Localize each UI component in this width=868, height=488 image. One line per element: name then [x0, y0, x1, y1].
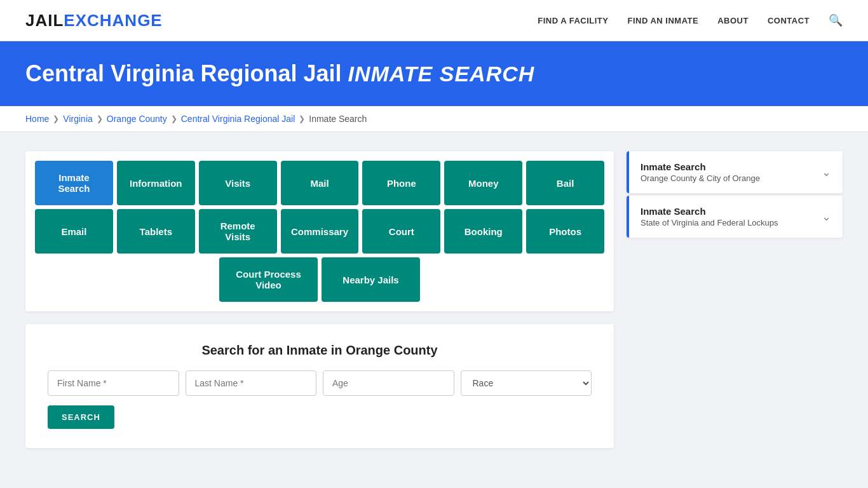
nav-find-inmate[interactable]: FIND AN INMATE — [627, 16, 698, 25]
btn-visits[interactable]: Visits — [199, 161, 277, 205]
sidebar-card-virginia-federal-header[interactable]: Inmate Search State of Virginia and Fede… — [627, 196, 843, 238]
search-form-container: Search for an Inmate in Orange County Ra… — [25, 324, 614, 448]
chevron-down-icon-2: ⌄ — [822, 210, 831, 224]
sidebar-card-orange-county: Inmate Search Orange County & City of Or… — [627, 151, 843, 193]
sidebar-card-virginia-federal-subtitle: State of Virginia and Federal Lockups — [641, 218, 778, 227]
sidebar-card-virginia-federal-text: Inmate Search State of Virginia and Fede… — [641, 206, 778, 227]
nav-buttons-container: Inmate Search Information Visits Mail Ph… — [25, 151, 614, 311]
race-select[interactable]: Race White Black Hispanic Asian Other — [461, 370, 592, 396]
breadcrumb-current: Inmate Search — [309, 114, 367, 124]
btn-photos[interactable]: Photos — [526, 209, 604, 254]
nav-find-facility[interactable]: FIND A FACILITY — [538, 16, 608, 25]
last-name-input[interactable] — [186, 370, 317, 396]
logo[interactable]: JAILEXCHANGE — [25, 11, 163, 30]
sidebar: Inmate Search Orange County & City of Or… — [627, 151, 843, 240]
btn-booking[interactable]: Booking — [444, 209, 522, 254]
logo-exchange: EXCHANGE — [64, 11, 162, 30]
btn-inmate-search[interactable]: Inmate Search — [35, 161, 113, 205]
age-input[interactable] — [323, 370, 454, 396]
btn-tablets[interactable]: Tablets — [117, 209, 195, 254]
btn-money[interactable]: Money — [444, 161, 522, 205]
logo-jail: JAIL — [25, 11, 64, 30]
sidebar-card-virginia-federal: Inmate Search State of Virginia and Fede… — [627, 196, 843, 238]
sidebar-card-orange-county-subtitle: Orange County & City of Orange — [641, 173, 760, 183]
nav-about[interactable]: ABOUT — [717, 16, 749, 25]
header: JAILEXCHANGE FIND A FACILITY FIND AN INM… — [0, 0, 868, 41]
breadcrumb-virginia[interactable]: Virginia — [63, 114, 92, 124]
btn-court[interactable]: Court — [362, 209, 440, 254]
breadcrumb-sep-3: ❯ — [171, 114, 177, 123]
btn-information[interactable]: Information — [117, 161, 195, 205]
breadcrumb-sep-1: ❯ — [53, 114, 59, 123]
breadcrumb-home[interactable]: Home — [25, 114, 49, 124]
btn-nearby-jails[interactable]: Nearby Jails — [322, 257, 420, 302]
breadcrumb-sep-4: ❯ — [299, 114, 305, 123]
nav-buttons-row1: Inmate Search Information Visits Mail Ph… — [35, 161, 604, 205]
main-content: Inmate Search Information Visits Mail Ph… — [0, 132, 868, 467]
content-left: Inmate Search Information Visits Mail Ph… — [25, 151, 614, 448]
breadcrumb-cvr-jail[interactable]: Central Virginia Regional Jail — [181, 114, 295, 124]
btn-remote-visits[interactable]: Remote Visits — [199, 209, 277, 254]
chevron-down-icon: ⌄ — [822, 165, 831, 179]
main-nav: FIND A FACILITY FIND AN INMATE ABOUT CON… — [538, 13, 843, 27]
hero-title: Central Virginia Regional Jail INMATE SE… — [25, 60, 843, 87]
search-form-row1: Race White Black Hispanic Asian Other — [48, 370, 592, 396]
btn-court-process-video[interactable]: Court Process Video — [219, 257, 318, 302]
btn-email[interactable]: Email — [35, 209, 113, 254]
hero-title-italic: INMATE SEARCH — [348, 62, 535, 86]
breadcrumb-sep-2: ❯ — [97, 114, 103, 123]
breadcrumb-orange-county[interactable]: Orange County — [107, 114, 167, 124]
btn-mail[interactable]: Mail — [281, 161, 359, 205]
nav-buttons-row3: Court Process Video Nearby Jails — [35, 257, 604, 302]
search-button[interactable]: SEARCH — [48, 405, 114, 429]
btn-phone[interactable]: Phone — [362, 161, 440, 205]
sidebar-card-orange-county-text: Inmate Search Orange County & City of Or… — [641, 161, 760, 183]
first-name-input[interactable] — [48, 370, 179, 396]
btn-commissary[interactable]: Commissary — [281, 209, 359, 254]
nav-contact[interactable]: CONTACT — [768, 16, 810, 25]
sidebar-card-virginia-federal-title: Inmate Search — [641, 206, 778, 217]
breadcrumb-bar: Home ❯ Virginia ❯ Orange County ❯ Centra… — [0, 106, 868, 132]
search-form-title: Search for an Inmate in Orange County — [48, 343, 592, 358]
hero-banner: Central Virginia Regional Jail INMATE SE… — [0, 41, 868, 106]
search-icon[interactable]: 🔍 — [829, 13, 843, 27]
nav-buttons-row2: Email Tablets Remote Visits Commissary C… — [35, 209, 604, 254]
sidebar-card-orange-county-header[interactable]: Inmate Search Orange County & City of Or… — [627, 151, 843, 193]
breadcrumb: Home ❯ Virginia ❯ Orange County ❯ Centra… — [25, 114, 843, 124]
btn-bail[interactable]: Bail — [526, 161, 604, 205]
hero-title-main: Central Virginia Regional Jail — [25, 60, 341, 86]
sidebar-card-orange-county-title: Inmate Search — [641, 161, 760, 172]
